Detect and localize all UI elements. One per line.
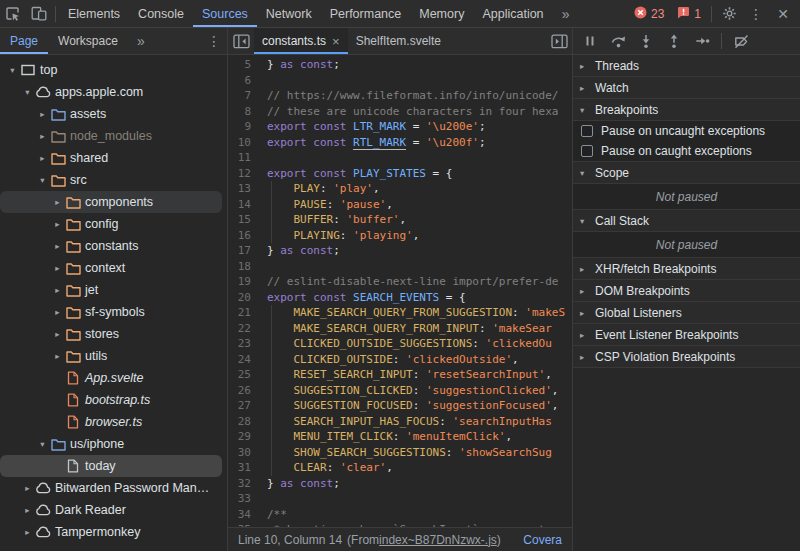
- chevron-down-icon[interactable]: ▾: [36, 439, 49, 449]
- line-number[interactable]: 13: [228, 181, 262, 197]
- chevron-down-icon[interactable]: ▾: [21, 87, 34, 97]
- coverage-link[interactable]: Covera: [523, 533, 562, 547]
- checkbox-unchecked[interactable]: [581, 125, 593, 137]
- line-number[interactable]: 6: [228, 73, 262, 89]
- chevron-right-icon[interactable]: ▸: [21, 505, 34, 515]
- checkbox-unchecked[interactable]: [581, 145, 593, 157]
- section-xhr-fetch-breakpoints[interactable]: ▸XHR/fetch Breakpoints: [573, 258, 800, 280]
- line-number[interactable]: 26: [228, 383, 262, 399]
- line-number[interactable]: 14: [228, 197, 262, 213]
- tree-item-stores[interactable]: ▸stores: [0, 323, 222, 345]
- source-file-link[interactable]: index~B87DnNzwx-.js: [379, 533, 497, 547]
- tree-item-jet[interactable]: ▸jet: [0, 279, 222, 301]
- tree-item-app-svelte[interactable]: App.svelte: [0, 367, 222, 389]
- line-number[interactable]: 17: [228, 243, 262, 259]
- close-tab-icon[interactable]: ×: [332, 35, 340, 48]
- navigator-tab-page[interactable]: Page: [0, 28, 48, 54]
- line-number[interactable]: 10: [228, 135, 262, 151]
- device-toolbar-icon[interactable]: [26, 1, 52, 27]
- section-call-stack[interactable]: ▾Call Stack: [573, 210, 800, 232]
- line-number[interactable]: 24: [228, 352, 262, 368]
- line-number[interactable]: 16: [228, 228, 262, 244]
- tree-item-config[interactable]: ▸config: [0, 213, 222, 235]
- tree-item-sf-symbols[interactable]: ▸sf-symbols: [0, 301, 222, 323]
- tab-performance[interactable]: Performance: [321, 0, 411, 27]
- line-number[interactable]: 18: [228, 259, 262, 275]
- chevron-right-icon[interactable]: ▸: [36, 109, 49, 119]
- tree-item-apps-apple-com[interactable]: ▾apps.apple.com: [0, 81, 222, 103]
- chevron-down-icon[interactable]: ▾: [36, 175, 49, 185]
- error-badge[interactable]: 23: [628, 6, 670, 22]
- tab-application[interactable]: Application: [473, 0, 552, 27]
- tree-item-us-iphone[interactable]: ▾us/iphone: [0, 433, 222, 455]
- more-tabs-icon[interactable]: »: [553, 1, 579, 27]
- section-scope[interactable]: ▾Scope: [573, 162, 800, 184]
- tab-memory[interactable]: Memory: [410, 0, 473, 27]
- hide-debugger-icon[interactable]: [546, 28, 572, 54]
- navigator-kebab-icon[interactable]: ⋮: [201, 28, 227, 54]
- tree-item-src[interactable]: ▾src: [0, 169, 222, 191]
- line-number[interactable]: 32: [228, 476, 262, 492]
- line-number[interactable]: 19: [228, 274, 262, 290]
- tree-item-context[interactable]: ▸context: [0, 257, 222, 279]
- tree-item-utils[interactable]: ▸utils: [0, 345, 222, 367]
- chevron-right-icon[interactable]: ▸: [51, 351, 64, 361]
- tab-elements[interactable]: Elements: [59, 0, 129, 27]
- line-number[interactable]: 27: [228, 398, 262, 414]
- line-number[interactable]: 28: [228, 414, 262, 430]
- pause-icon[interactable]: [578, 29, 602, 53]
- chevron-down-icon[interactable]: ▾: [6, 65, 19, 75]
- section-watch[interactable]: ▸Watch: [573, 77, 800, 99]
- line-number[interactable]: 31: [228, 460, 262, 476]
- line-number[interactable]: 11: [228, 150, 262, 166]
- more-navigator-tabs-icon[interactable]: »: [128, 28, 154, 54]
- section-threads[interactable]: ▸Threads: [573, 55, 800, 77]
- tree-item-bootstrap-ts[interactable]: bootstrap.ts: [0, 389, 222, 411]
- breakpoint-option[interactable]: Pause on caught exceptions: [573, 141, 800, 161]
- section-global-listeners[interactable]: ▸Global Listeners: [573, 302, 800, 324]
- hide-navigator-icon[interactable]: [228, 28, 254, 54]
- chevron-right-icon[interactable]: ▸: [51, 285, 64, 295]
- line-number[interactable]: 34: [228, 507, 262, 523]
- settings-gear-icon[interactable]: [716, 1, 742, 27]
- kebab-menu-icon[interactable]: ⋮: [743, 1, 769, 27]
- editor-tab-constants-ts[interactable]: constants.ts×: [254, 28, 348, 54]
- line-number[interactable]: 9: [228, 119, 262, 135]
- line-number[interactable]: 12: [228, 166, 262, 182]
- line-number[interactable]: 29: [228, 429, 262, 445]
- tree-item-shared[interactable]: ▸shared: [0, 147, 222, 169]
- tree-item-today[interactable]: today: [0, 455, 222, 477]
- tree-item-constants[interactable]: ▸constants: [0, 235, 222, 257]
- line-number[interactable]: 33: [228, 491, 262, 507]
- line-number[interactable]: 30: [228, 445, 262, 461]
- section-breakpoints[interactable]: ▾Breakpoints: [573, 99, 800, 121]
- tree-item-node-modules[interactable]: ▸node_modules: [0, 125, 222, 147]
- navigator-tab-workspace[interactable]: Workspace: [48, 28, 128, 54]
- line-number[interactable]: 20: [228, 290, 262, 306]
- chevron-right-icon[interactable]: ▸: [21, 483, 34, 493]
- step-over-icon[interactable]: [606, 29, 630, 53]
- tree-item-assets[interactable]: ▸assets: [0, 103, 222, 125]
- section-event-listener-breakpoints[interactable]: ▸Event Listener Breakpoints: [573, 324, 800, 346]
- close-icon[interactable]: ✕: [770, 1, 796, 27]
- line-number[interactable]: 15: [228, 212, 262, 228]
- chevron-right-icon[interactable]: ▸: [36, 153, 49, 163]
- inspect-element-icon[interactable]: [0, 1, 26, 27]
- chevron-right-icon[interactable]: ▸: [51, 263, 64, 273]
- line-number[interactable]: 23: [228, 336, 262, 352]
- chevron-right-icon[interactable]: ▸: [51, 329, 64, 339]
- tab-network[interactable]: Network: [257, 0, 321, 27]
- breakpoint-option[interactable]: Pause on uncaught exceptions: [573, 121, 800, 141]
- tree-item-top[interactable]: ▾top: [0, 59, 222, 81]
- chevron-right-icon[interactable]: ▸: [21, 527, 34, 537]
- line-number[interactable]: 5: [228, 57, 262, 73]
- chevron-right-icon[interactable]: ▸: [51, 241, 64, 251]
- code-editor[interactable]: 5} as const;67// https://www.fileformat.…: [228, 55, 572, 527]
- tree-item-browser-ts[interactable]: browser.ts: [0, 411, 222, 433]
- line-number[interactable]: 21: [228, 305, 262, 321]
- chevron-right-icon[interactable]: ▸: [51, 219, 64, 229]
- tree-item-bitwarden-password-man[interactable]: ▸Bitwarden Password Man…: [0, 477, 222, 499]
- tab-console[interactable]: Console: [129, 0, 193, 27]
- line-number[interactable]: 25: [228, 367, 262, 383]
- issues-badge[interactable]: 1: [671, 6, 707, 22]
